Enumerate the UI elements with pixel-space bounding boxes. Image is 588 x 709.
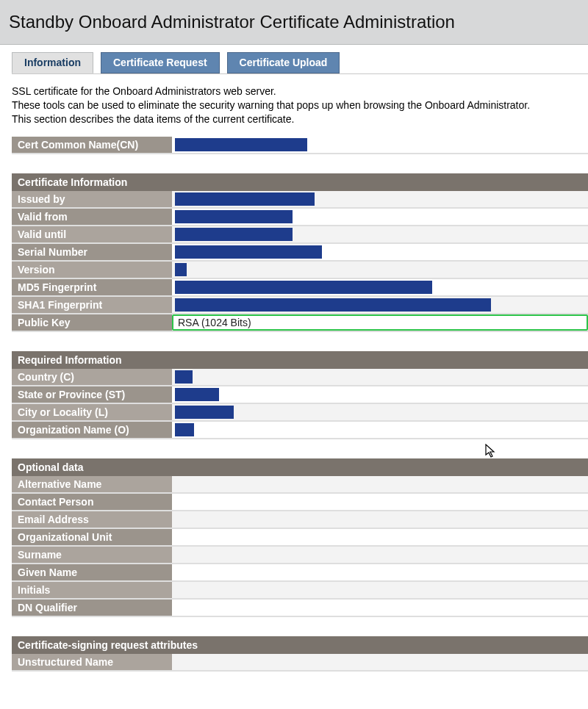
- table-row: Country (C): [12, 369, 588, 386]
- row-value: [172, 529, 588, 545]
- row-label: Public Key: [12, 314, 172, 331]
- intro-line: This section describes the data items of…: [12, 112, 588, 126]
- redacted-value: [175, 423, 194, 436]
- row-value: [172, 226, 588, 242]
- redacted-value: [175, 263, 187, 276]
- value-text: RSA (1024 Bits): [176, 317, 251, 328]
- table-row: Unstructured Name: [12, 654, 588, 672]
- row-label: Organizational Unit: [12, 529, 172, 545]
- redacted-value: [175, 210, 293, 223]
- section-header: Certificate Information: [12, 173, 588, 191]
- redacted-value: [175, 406, 234, 419]
- row-label: City or Locality (L): [12, 404, 172, 420]
- row-value: [172, 600, 588, 616]
- row-value: [172, 262, 588, 278]
- redacted-value: [175, 298, 491, 312]
- row-label: Alternative Name: [12, 476, 172, 492]
- section-header: Optional data: [12, 458, 588, 476]
- row-label: Valid from: [12, 209, 172, 225]
- redacted-value: [175, 245, 322, 259]
- row-value: [172, 191, 588, 207]
- table-row: Cert Common Name(CN): [12, 137, 588, 154]
- tab-bar: InformationCertificate RequestCertificat…: [12, 52, 588, 74]
- row-value: [172, 209, 588, 225]
- redacted-value: [175, 370, 193, 384]
- row-value: [172, 547, 588, 563]
- row-value: [172, 564, 588, 580]
- row-label: DN Qualifier: [12, 600, 172, 616]
- table-row: Public KeyRSA (1024 Bits): [12, 314, 588, 332]
- row-value: [172, 582, 588, 598]
- table-row: City or Locality (L): [12, 404, 588, 422]
- row-label: Valid until: [12, 226, 172, 242]
- section: Optional dataAlternative NameContact Per…: [12, 458, 588, 617]
- table-row: Alternative Name: [12, 476, 588, 494]
- section: Cert Common Name(CN): [12, 137, 588, 154]
- row-value: [172, 494, 588, 510]
- intro-text: SSL certificate for the Onboard Administ…: [12, 84, 588, 126]
- redacted-value: [175, 228, 293, 241]
- row-label: State or Province (ST): [12, 386, 172, 403]
- row-label: SHA1 Fingerprint: [12, 297, 172, 313]
- intro-line: These tools can be used to eliminate the…: [12, 98, 588, 112]
- table-row: MD5 Fingerprint: [12, 279, 588, 297]
- intro-line: SSL certificate for the Onboard Administ…: [12, 84, 588, 98]
- row-value: [172, 279, 588, 295]
- row-label: Issued by: [12, 191, 172, 207]
- table-row: Issued by: [12, 191, 588, 209]
- table-row: Valid from: [12, 209, 588, 226]
- row-value: [172, 386, 588, 403]
- row-value: RSA (1024 Bits): [172, 314, 588, 331]
- row-label: Organization Name (O): [12, 422, 172, 438]
- page: Standby Onboard Administrator Certificat…: [0, 0, 588, 672]
- table-row: SHA1 Fingerprint: [12, 297, 588, 314]
- row-value: [172, 369, 588, 385]
- row-label: MD5 Fingerprint: [12, 279, 172, 295]
- table-row: Initials: [12, 582, 588, 600]
- row-value: [172, 404, 588, 420]
- row-label: Initials: [12, 582, 172, 598]
- content-area: InformationCertificate RequestCertificat…: [0, 45, 588, 672]
- row-value: [172, 244, 588, 260]
- row-value: [172, 137, 588, 153]
- redacted-value: [175, 192, 315, 206]
- table-row: Contact Person: [12, 494, 588, 511]
- tab-information[interactable]: Information: [12, 52, 93, 73]
- table-row: Serial Number: [12, 244, 588, 262]
- row-value: [172, 476, 588, 492]
- table-row: Email Address: [12, 511, 588, 529]
- row-label: Surname: [12, 547, 172, 563]
- row-label: Version: [12, 262, 172, 278]
- row-label: Unstructured Name: [12, 654, 172, 670]
- row-label: Cert Common Name(CN): [12, 137, 172, 153]
- table-row: Given Name: [12, 564, 588, 582]
- section: Required InformationCountry (C)State or …: [12, 351, 588, 439]
- row-value: [172, 297, 588, 313]
- row-value: [172, 422, 588, 438]
- table-row: Organizational Unit: [12, 529, 588, 547]
- redacted-value: [175, 281, 432, 294]
- section-header: Certificate-signing request attributes: [12, 636, 588, 654]
- tab-certificate-upload[interactable]: Certificate Upload: [227, 52, 340, 73]
- redacted-value: [175, 388, 219, 401]
- table-row: Surname: [12, 547, 588, 564]
- row-label: Contact Person: [12, 494, 172, 510]
- table-row: Valid until: [12, 226, 588, 244]
- table-row: DN Qualifier: [12, 600, 588, 617]
- section: Certificate-signing request attributesUn…: [12, 636, 588, 672]
- table-row: State or Province (ST): [12, 386, 588, 404]
- row-value: [172, 511, 588, 528]
- page-title: Standby Onboard Administrator Certificat…: [0, 0, 588, 45]
- tab-certificate-request[interactable]: Certificate Request: [101, 52, 220, 73]
- row-label: Given Name: [12, 564, 172, 580]
- row-label: Email Address: [12, 511, 172, 528]
- redacted-value: [175, 138, 307, 151]
- section: Certificate InformationIssued byValid fr…: [12, 173, 588, 332]
- table-row: Version: [12, 262, 588, 279]
- table-row: Organization Name (O): [12, 422, 588, 439]
- row-label: Serial Number: [12, 244, 172, 260]
- row-label: Country (C): [12, 369, 172, 385]
- row-value: [172, 654, 588, 670]
- section-header: Required Information: [12, 351, 588, 369]
